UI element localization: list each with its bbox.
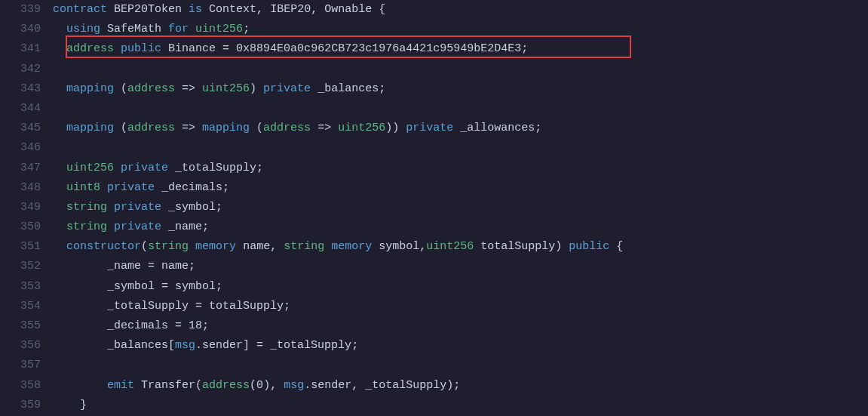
token: , xyxy=(256,3,270,16)
token: _totalSupply xyxy=(365,379,446,392)
token: => xyxy=(175,82,202,95)
token: mapping xyxy=(66,122,114,134)
token: private xyxy=(107,181,155,194)
line-number: 354 xyxy=(0,297,41,316)
code-line[interactable]: _balances[msg.sender] = _totalSupply; xyxy=(53,336,868,356)
code-line[interactable]: string private _symbol; xyxy=(53,198,868,217)
line-number: 341 xyxy=(0,39,41,59)
token: uint256 xyxy=(202,82,250,95)
line-number: 343 xyxy=(0,79,41,99)
code-line[interactable]: using SafeMath for uint256; xyxy=(53,20,868,39)
token xyxy=(474,240,480,253)
line-number: 350 xyxy=(0,217,41,237)
code-line[interactable] xyxy=(53,356,868,375)
token xyxy=(161,23,168,35)
code-area[interactable]: contract BEP20Token is Context, IBEP20, … xyxy=(53,0,868,416)
line-number: 353 xyxy=(0,277,41,297)
token: , xyxy=(270,240,284,253)
code-line[interactable]: constructor(string memory name, string m… xyxy=(53,237,868,257)
token: ; xyxy=(202,319,209,332)
token: address xyxy=(202,379,250,392)
token: _name xyxy=(168,220,202,233)
token: msg xyxy=(284,379,304,392)
token: emit xyxy=(107,379,134,392)
token: 0x8894E0a0c962CB723c1976a4421c95949bE2D4… xyxy=(236,42,521,55)
code-line[interactable]: mapping (address => uint256) private _ba… xyxy=(53,79,868,99)
token: contract xyxy=(53,3,107,16)
code-line[interactable]: _decimals = 18; xyxy=(53,316,868,336)
token: = xyxy=(189,300,209,313)
token xyxy=(236,240,243,253)
token: .sender xyxy=(195,339,243,352)
token: _decimals xyxy=(107,319,168,332)
code-line[interactable]: } xyxy=(53,396,868,415)
token: address xyxy=(127,82,175,95)
code-editor[interactable]: 3393403413423433443453463473483493503513… xyxy=(0,0,868,416)
token: ; xyxy=(521,42,528,55)
line-number: 347 xyxy=(0,159,41,178)
token xyxy=(161,201,168,214)
token: address xyxy=(127,122,175,134)
token: , xyxy=(419,240,426,253)
code-line[interactable]: uint8 private _decimals; xyxy=(53,178,868,198)
token: memory xyxy=(331,240,372,253)
token xyxy=(114,42,121,55)
line-number: 339 xyxy=(0,0,41,20)
token: 0 xyxy=(256,379,263,392)
code-line[interactable]: contract BEP20Token is Context, IBEP20, … xyxy=(53,0,868,20)
token: _decimals xyxy=(161,181,222,194)
token: name xyxy=(243,240,270,253)
token: = xyxy=(216,42,236,55)
line-number: 346 xyxy=(0,138,41,158)
token: mapping xyxy=(66,82,114,95)
token: using xyxy=(66,23,100,35)
token: msg xyxy=(175,339,195,352)
code-line[interactable]: string private _name; xyxy=(53,217,868,237)
token: totalSupply xyxy=(209,300,284,313)
token: ; xyxy=(216,280,222,293)
token: string xyxy=(66,201,107,214)
line-number: 352 xyxy=(0,257,41,276)
token xyxy=(182,3,189,16)
token: Binance xyxy=(168,42,216,55)
token: = xyxy=(141,260,161,273)
token: string xyxy=(148,240,189,253)
token: _totalSupply xyxy=(175,162,256,174)
code-line[interactable]: _symbol = symbol; xyxy=(53,277,868,297)
line-number: 349 xyxy=(0,198,41,217)
line-number: 342 xyxy=(0,60,41,79)
token: for xyxy=(168,23,189,35)
token: ; xyxy=(284,300,290,313)
token: ( xyxy=(250,122,263,134)
code-line[interactable]: emit Transfer(address(0), msg.sender, _t… xyxy=(53,376,868,396)
token xyxy=(189,23,195,35)
token: _allowances xyxy=(460,122,535,134)
token: ) xyxy=(250,82,263,95)
line-number: 355 xyxy=(0,316,41,336)
token xyxy=(453,122,460,134)
token: ; xyxy=(535,122,541,134)
token: ; xyxy=(243,23,250,35)
token: _balances xyxy=(107,339,168,352)
line-number: 356 xyxy=(0,336,41,356)
code-line[interactable]: _name = name; xyxy=(53,257,868,276)
token: symbol xyxy=(175,280,216,293)
token: _symbol xyxy=(107,280,155,293)
code-line[interactable]: address public Binance = 0x8894E0a0c962C… xyxy=(53,39,868,59)
token: ( xyxy=(114,122,127,134)
token: public xyxy=(569,240,609,253)
token: ; xyxy=(216,201,222,214)
token: ; xyxy=(202,220,209,233)
code-line[interactable] xyxy=(53,99,868,119)
code-line[interactable]: mapping (address => mapping (address => … xyxy=(53,119,868,138)
token: , xyxy=(311,3,324,16)
code-line[interactable] xyxy=(53,60,868,79)
token: ; xyxy=(351,339,358,352)
token: BEP20Token xyxy=(114,3,182,16)
code-line[interactable]: _totalSupply = totalSupply; xyxy=(53,297,868,316)
token: Transfer xyxy=(141,379,195,392)
code-line[interactable] xyxy=(53,138,868,158)
code-line[interactable]: uint256 private _totalSupply; xyxy=(53,159,868,178)
line-number: 340 xyxy=(0,20,41,39)
token: string xyxy=(284,240,324,253)
